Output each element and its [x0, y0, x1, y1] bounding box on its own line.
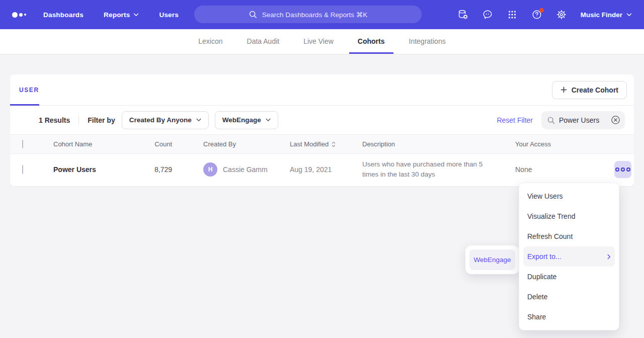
- create-cohort-button[interactable]: Create Cohort: [552, 81, 627, 99]
- help-icon[interactable]: [531, 9, 542, 20]
- results-count: 1 Results: [39, 116, 70, 124]
- integration-filter-value: WebEngage: [222, 116, 261, 124]
- your-access-value: None: [515, 165, 592, 174]
- header-cohort-name: Cohort Name: [53, 140, 144, 148]
- reset-filter-link[interactable]: Reset Filter: [497, 116, 533, 124]
- menu-item-visualize-trend[interactable]: Visualize Trend: [523, 206, 615, 226]
- project-name: Music Finder: [581, 11, 622, 19]
- nav-item-users[interactable]: Users: [159, 11, 179, 19]
- menu-item-export-to[interactable]: Export to...: [523, 246, 615, 267]
- menu-item-refresh-count[interactable]: Refresh Count: [523, 226, 615, 246]
- submenu-item-webengage[interactable]: WebEngage: [469, 249, 515, 270]
- tab-data-audit[interactable]: Data Audit: [235, 29, 292, 54]
- notification-badge: [539, 8, 544, 13]
- table-row: Power Users 8,729 H Cassie Gamm Aug 19, …: [10, 154, 634, 185]
- nav-item-dashboards[interactable]: Dashboards: [43, 11, 84, 19]
- card-header: USER Create Cohort: [10, 74, 634, 106]
- cohort-name-link[interactable]: Power Users: [53, 165, 144, 174]
- menu-item-share[interactable]: Share: [523, 307, 615, 327]
- last-modified-date: Aug 19, 2021: [290, 165, 362, 174]
- project-selector[interactable]: Music Finder: [581, 11, 632, 19]
- search-placeholder: Search Dashboards & Reports ⌘K: [262, 11, 367, 19]
- avatar: H: [203, 162, 217, 177]
- data-management-icon[interactable]: [457, 9, 468, 20]
- row-context-menu: View Users Visualize Trend Refresh Count…: [519, 183, 619, 330]
- integration-filter-dropdown[interactable]: WebEngage: [215, 111, 278, 129]
- divider: [78, 116, 79, 125]
- more-dots-icon: [615, 167, 619, 172]
- navbar-right: Music Finder: [457, 9, 632, 20]
- chevron-down-icon: [196, 118, 201, 122]
- sort-icon: [332, 141, 336, 147]
- global-search-input[interactable]: Search Dashboards & Reports ⌘K: [194, 6, 422, 23]
- created-by-filter-dropdown[interactable]: Created By Anyone: [122, 111, 209, 129]
- created-by-filter-value: Created By Anyone: [129, 116, 192, 124]
- header-your-access: Your Access: [515, 140, 592, 148]
- mixpanel-logo-icon[interactable]: [12, 12, 26, 18]
- chevron-right-icon: [607, 254, 611, 260]
- menu-item-delete[interactable]: Delete: [523, 287, 615, 307]
- row-more-menu-button[interactable]: [614, 161, 631, 178]
- plus-icon: [560, 87, 567, 93]
- header-description: Description: [362, 140, 515, 148]
- filter-by-label: Filter by: [88, 116, 115, 124]
- row-checkbox[interactable]: [22, 165, 23, 174]
- cohort-search-input[interactable]: Power Users: [541, 111, 625, 129]
- created-by-name: Cassie Gamm: [223, 165, 268, 174]
- apps-grid-icon[interactable]: [507, 9, 518, 20]
- nav-item-label: Reports: [104, 11, 130, 19]
- cohort-count: 8,729: [144, 165, 172, 174]
- chevron-down-icon: [266, 118, 271, 122]
- filter-bar: 1 Results Filter by Created By Anyone We…: [10, 106, 634, 135]
- menu-item-view-users[interactable]: View Users: [523, 186, 615, 206]
- cohort-description: Users who have purchased more than 5 tim…: [362, 159, 515, 179]
- settings-gear-icon[interactable]: [556, 9, 567, 20]
- active-tab-underline: [10, 104, 39, 106]
- header-created-by: Created By: [172, 140, 290, 148]
- create-cohort-label: Create Cohort: [572, 86, 618, 94]
- primary-nav: Dashboards Reports Users: [43, 11, 179, 19]
- cohorts-card: USER Create Cohort 1 Results Filter by C…: [10, 74, 634, 186]
- menu-item-duplicate[interactable]: Duplicate: [523, 267, 615, 287]
- nav-item-label: Dashboards: [43, 11, 84, 19]
- tab-integrations[interactable]: Integrations: [397, 29, 458, 54]
- search-icon: [547, 116, 555, 124]
- chevron-down-icon: [133, 13, 139, 17]
- cohort-search-value: Power Users: [559, 116, 607, 124]
- search-icon: [249, 10, 257, 19]
- nav-item-reports[interactable]: Reports: [104, 11, 139, 19]
- section-tabs: Lexicon Data Audit Live View Cohorts Int…: [0, 29, 644, 54]
- table-header-row: Cohort Name Count Created By Last Modifi…: [10, 135, 634, 154]
- clear-search-icon[interactable]: [611, 115, 620, 125]
- header-count: Count: [144, 140, 172, 148]
- menu-item-label: Export to...: [527, 252, 561, 261]
- chevron-down-icon: [626, 13, 632, 17]
- export-submenu: WebEngage: [465, 245, 519, 274]
- tab-lexicon[interactable]: Lexicon: [186, 29, 234, 54]
- nav-item-label: Users: [159, 11, 179, 19]
- tab-user[interactable]: USER: [19, 87, 39, 94]
- header-last-modified[interactable]: Last Modified: [290, 140, 362, 148]
- tab-cohorts[interactable]: Cohorts: [346, 29, 397, 54]
- feedback-icon[interactable]: [482, 9, 493, 20]
- main-content: USER Create Cohort 1 Results Filter by C…: [0, 54, 644, 186]
- header-last-modified-label: Last Modified: [290, 140, 329, 148]
- select-all-checkbox[interactable]: [22, 140, 23, 148]
- tab-live-view[interactable]: Live View: [291, 29, 346, 54]
- top-navbar: Dashboards Reports Users Search Dashboar…: [0, 0, 644, 29]
